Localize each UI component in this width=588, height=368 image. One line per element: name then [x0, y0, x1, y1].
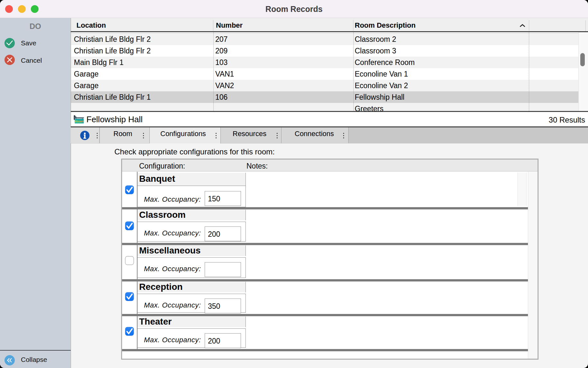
svg-text:ROOMS: ROOMS: [75, 120, 84, 123]
